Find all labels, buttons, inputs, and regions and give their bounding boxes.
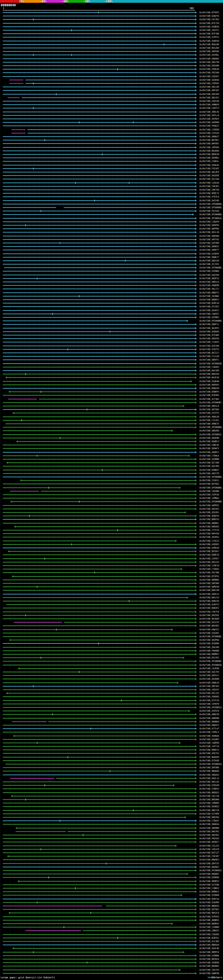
- hit-bar[interactable]: [8, 399, 37, 399]
- hit-label[interactable]: UniRef100_UPI0000E...: [199, 266, 223, 269]
- hit-bar[interactable]: [3, 402, 195, 403]
- hit-bar[interactable]: [3, 275, 195, 275]
- hit-label[interactable]: UniRef100_Q4Z592: [199, 614, 223, 617]
- hit-bar[interactable]: [3, 193, 195, 194]
- hit-label[interactable]: UniRef100_C4JPG0: [199, 667, 223, 670]
- hit-bar[interactable]: [3, 902, 195, 903]
- hit-label[interactable]: UniRef100_Q6M2V0: [199, 585, 223, 589]
- hit-label[interactable]: UniRef100_A8NG75: [199, 422, 223, 425]
- hit-bar[interactable]: [3, 186, 195, 187]
- hit-bar[interactable]: [3, 455, 189, 456]
- hit-label[interactable]: UniRef100_UPI0000F...: [199, 659, 223, 663]
- hit-label[interactable]: UniRef100_C1HE19: [199, 564, 223, 567]
- hit-label[interactable]: UniRef100_C1B2P4: [199, 220, 223, 224]
- hit-bar[interactable]: [3, 923, 172, 924]
- hit-bar[interactable]: [3, 523, 195, 523]
- hit-label[interactable]: UniRef100_Q16201: [199, 631, 223, 635]
- hit-label[interactable]: UniRef100_B31YE5: [199, 656, 223, 659]
- hit-label[interactable]: UniRef100_A2QH94: [199, 961, 223, 964]
- hit-label[interactable]: UniRef100_UPI00006...: [199, 319, 223, 323]
- hit-bar[interactable]: [3, 753, 195, 754]
- hit-bar[interactable]: [3, 136, 195, 137]
- hit-bar[interactable]: [3, 973, 195, 974]
- hit-bar[interactable]: [3, 72, 195, 73]
- hit-label[interactable]: UniRef100_C5DD53: [199, 787, 223, 791]
- hit-bar[interactable]: [3, 704, 195, 704]
- hit-label[interactable]: UniRef100_B0D0Y1: [199, 298, 223, 301]
- hit-label[interactable]: UniRef100_Q24A56: [199, 78, 223, 82]
- hit-label[interactable]: UniRef100_Q81B40: [199, 677, 223, 681]
- hit-bar[interactable]: [3, 732, 195, 732]
- hit-label[interactable]: UniRef100_C75GJ3: [199, 539, 223, 542]
- hit-label[interactable]: UniRef100_UPI0000A...: [199, 486, 223, 490]
- hit-bar[interactable]: [3, 356, 195, 357]
- hit-bar[interactable]: [16, 831, 66, 832]
- hit-bar[interactable]: [3, 941, 195, 942]
- hit-bar[interactable]: [3, 760, 195, 761]
- hit-bar[interactable]: [3, 562, 195, 563]
- hit-bar[interactable]: [3, 282, 195, 282]
- hit-label[interactable]: UniRef100_P63344: [199, 209, 223, 213]
- hit-label[interactable]: UniRef100_Q9C4Z6: [199, 92, 223, 96]
- hit-label[interactable]: UniRef100_A9P1N7: [199, 89, 223, 92]
- hit-bar[interactable]: [3, 94, 195, 95]
- hit-label[interactable]: UniRef100_B4N3F2: [199, 606, 223, 610]
- hit-bar[interactable]: [3, 420, 195, 421]
- hit-label[interactable]: UniRef100_A5E7S2: [199, 752, 223, 755]
- hit-label[interactable]: UniRef100_Q9WT11: [199, 323, 223, 326]
- hit-bar[interactable]: [3, 675, 195, 676]
- hit-bar[interactable]: [3, 33, 195, 34]
- hit-label[interactable]: UniRef100_Q6EEB0: [199, 436, 223, 440]
- hit-bar[interactable]: [3, 512, 184, 513]
- hit-label[interactable]: UniRef100_P46800: [199, 649, 223, 652]
- hit-label[interactable]: UniRef100_C5E1B7: [199, 854, 223, 858]
- hit-bar[interactable]: [3, 253, 195, 254]
- hit-label[interactable]: UniRef100_C6ZQW2: [199, 294, 223, 298]
- hit-label[interactable]: UniRef100_B2WDC3: [199, 440, 223, 443]
- hit-bar[interactable]: [22, 97, 195, 98]
- hit-label[interactable]: UniRef100_A5K0Q5: [199, 695, 223, 698]
- hit-bar[interactable]: [10, 551, 195, 552]
- hit-label[interactable]: UniRef100_B4G7N1: [199, 830, 223, 833]
- hit-label[interactable]: UniRef100_A9TNV3: [199, 117, 223, 121]
- hit-bar[interactable]: [3, 65, 195, 66]
- hit-bar[interactable]: [3, 288, 195, 289]
- hit-label[interactable]: UniRef100_Q4WF60: [199, 972, 223, 975]
- hit-bar[interactable]: [3, 863, 195, 864]
- hit-bar[interactable]: [48, 721, 195, 722]
- hit-label[interactable]: UniRef100_C4WT67: [199, 312, 223, 316]
- hit-label[interactable]: UniRef100_B643R2: [199, 624, 223, 627]
- hit-label[interactable]: UniRef100_C82CH7: [199, 688, 223, 692]
- hit-bar[interactable]: [3, 430, 172, 431]
- hit-bar[interactable]: [3, 154, 195, 155]
- hit-label[interactable]: UniRef100_Q96654: [199, 822, 223, 826]
- hit-label[interactable]: UniRef100_A5C1N8: [199, 571, 223, 574]
- hit-bar[interactable]: [3, 821, 195, 821]
- hit-label[interactable]: UniRef100_Q71V61: [199, 305, 223, 309]
- hit-bar[interactable]: [3, 810, 195, 811]
- hit-bar[interactable]: [3, 959, 195, 959]
- hit-label[interactable]: UniRef100_Q56J80: [199, 646, 223, 649]
- hit-bar[interactable]: [3, 16, 195, 16]
- hit-label[interactable]: UniRef100_C7DGQ7: [199, 819, 223, 822]
- hit-bar[interactable]: [3, 519, 195, 520]
- hit-label[interactable]: UniRef100_Q81225: [199, 560, 223, 564]
- hit-bar[interactable]: [3, 707, 195, 708]
- hit-label[interactable]: UniRef100_B3T1Z7: [199, 851, 223, 854]
- hit-bar[interactable]: [6, 764, 195, 764]
- hit-label[interactable]: UniRef100_Q39336: [199, 99, 223, 103]
- hit-bar[interactable]: [3, 179, 195, 180]
- hit-bar[interactable]: [3, 601, 195, 601]
- hit-bar[interactable]: [3, 12, 195, 13]
- hit-bar[interactable]: [3, 296, 195, 296]
- hit-bar[interactable]: [3, 651, 195, 651]
- hit-label[interactable]: UniRef100_Q6D1V0: [199, 259, 223, 262]
- hit-label[interactable]: UniRef100_Q69F52: [199, 277, 223, 280]
- hit-bar[interactable]: [3, 26, 195, 27]
- hit-label[interactable]: UniRef100_B6H8D3: [199, 964, 223, 968]
- hit-bar[interactable]: [3, 966, 195, 966]
- hit-bar[interactable]: [3, 728, 195, 729]
- hit-bar[interactable]: [3, 44, 195, 45]
- hit-bar[interactable]: [3, 367, 195, 368]
- hit-label[interactable]: UniRef100_B2B351: [199, 936, 223, 940]
